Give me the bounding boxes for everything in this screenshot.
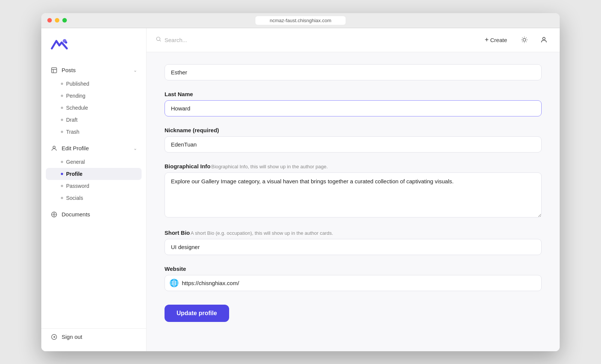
published-label: Published: [66, 81, 89, 87]
sidebar-item-pending[interactable]: Pending: [41, 90, 146, 102]
pending-dot: [61, 95, 63, 97]
theme-toggle-button[interactable]: [518, 33, 531, 47]
posts-chevron: ⌄: [133, 68, 137, 73]
website-input[interactable]: [182, 275, 537, 291]
edit-profile-chevron: ⌄: [133, 146, 137, 151]
website-group: Website 🌐: [165, 266, 542, 291]
svg-point-9: [543, 37, 545, 40]
short-bio-group: Short BioA short Bio (e.g. occupation), …: [165, 230, 542, 255]
logo[interactable]: [41, 37, 146, 63]
nickname-group: Nickname (required): [165, 127, 542, 153]
sidebar-item-edit-profile[interactable]: Edit Profile ⌄: [41, 141, 146, 156]
documents-icon: [50, 211, 58, 218]
last-name-input[interactable]: [165, 100, 542, 116]
documents-label: Documents: [62, 211, 137, 217]
sign-out-label: Sign out: [62, 334, 82, 340]
schedule-label: Schedule: [66, 105, 88, 111]
sidebar-item-socials[interactable]: Socials: [41, 192, 146, 204]
url-bar[interactable]: ncmaz-faust.chisnghiax.com: [255, 16, 346, 25]
sidebar-item-trash[interactable]: Trash: [41, 126, 146, 138]
general-dot: [61, 161, 63, 163]
draft-label: Draft: [66, 117, 77, 123]
sidebar-item-documents[interactable]: Documents: [41, 207, 146, 222]
nickname-label: Nickname (required): [165, 127, 542, 133]
password-label: Password: [66, 183, 89, 189]
create-label: Create: [490, 37, 507, 43]
profile-label: Profile: [66, 171, 83, 177]
general-label: General: [66, 159, 85, 165]
svg-point-1: [65, 41, 67, 44]
sidebar-item-schedule[interactable]: Schedule: [41, 102, 146, 114]
edit-profile-label: Edit Profile: [62, 145, 130, 151]
socials-dot: [61, 197, 63, 199]
short-bio-label: Short BioA short Bio (e.g. occupation), …: [165, 230, 542, 236]
nickname-input[interactable]: [165, 136, 542, 153]
last-name-label: Last Name: [165, 91, 542, 97]
pending-label: Pending: [66, 93, 85, 99]
sidebar-item-draft[interactable]: Draft: [41, 114, 146, 126]
svg-rect-2: [51, 68, 57, 73]
user-menu-button[interactable]: [537, 33, 551, 47]
first-name-input[interactable]: [165, 64, 542, 80]
published-dot: [61, 83, 63, 85]
sidebar-item-published[interactable]: Published: [41, 78, 146, 90]
posts-label: Posts: [62, 67, 130, 73]
bio-hint: Biographical Info, this will show up in …: [211, 164, 328, 169]
short-bio-hint: A short Bio (e.g. occupation), this will…: [191, 230, 333, 236]
sidebar: Posts ⌄ Published Pending Schedule Draft: [41, 28, 146, 351]
sidebar-item-posts[interactable]: Posts ⌄: [41, 63, 146, 78]
edit-profile-icon: [50, 145, 58, 152]
minimize-button[interactable]: [55, 18, 59, 23]
main-content: + Create: [146, 28, 560, 351]
schedule-dot: [61, 107, 63, 109]
globe-icon: 🌐: [169, 278, 179, 287]
search-input[interactable]: [165, 37, 474, 43]
svg-point-7: [157, 37, 160, 41]
website-input-wrap: 🌐: [165, 275, 542, 291]
sign-out-item[interactable]: Sign out: [41, 328, 146, 345]
profile-dot: [61, 173, 63, 175]
close-button[interactable]: [47, 18, 52, 23]
last-name-group: Last Name: [165, 91, 542, 116]
search-icon: [156, 36, 162, 44]
create-plus-icon: +: [485, 36, 489, 44]
sidebar-item-general[interactable]: General: [41, 156, 146, 168]
website-label: Website: [165, 266, 542, 272]
bio-label: Biographical InfoBiographical Info, this…: [165, 163, 542, 169]
posts-icon: [50, 66, 58, 74]
sign-out-icon: [50, 333, 58, 341]
trash-label: Trash: [66, 129, 79, 135]
content-area: Last Name Nickname (required) Biographic…: [146, 52, 560, 351]
bio-textarea[interactable]: Explore our Gallery Image category, a vi…: [165, 172, 542, 217]
update-profile-button[interactable]: Update profile: [165, 305, 229, 322]
sidebar-item-profile[interactable]: Profile: [46, 168, 142, 180]
first-name-group: [165, 64, 542, 80]
draft-dot: [61, 119, 63, 121]
sidebar-item-password[interactable]: Password: [41, 180, 146, 192]
maximize-button[interactable]: [62, 18, 67, 23]
short-bio-input[interactable]: [165, 239, 542, 255]
svg-point-5: [53, 213, 55, 215]
socials-label: Socials: [66, 195, 83, 201]
bio-group: Biographical InfoBiographical Info, this…: [165, 163, 542, 219]
svg-point-8: [523, 38, 526, 41]
top-bar-actions: + Create: [480, 33, 551, 47]
password-dot: [61, 185, 63, 187]
search-box: [156, 36, 474, 44]
trash-dot: [61, 131, 63, 133]
title-bar: ncmaz-faust.chisnghiax.com: [41, 13, 560, 28]
create-button[interactable]: + Create: [480, 34, 512, 46]
svg-point-3: [53, 146, 55, 148]
top-bar: + Create: [146, 28, 560, 52]
